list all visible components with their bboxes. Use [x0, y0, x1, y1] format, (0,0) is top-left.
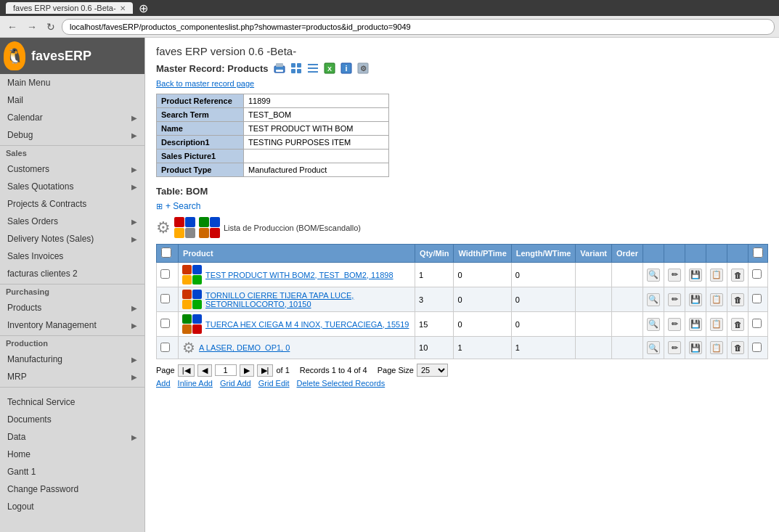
delete-link[interactable]: Delete Selected Records	[297, 379, 386, 388]
row-checkbox[interactable]	[160, 343, 170, 352]
delete-action-icon[interactable]: 🗑	[731, 293, 744, 306]
row-action-delete[interactable]: 🗑	[727, 312, 749, 337]
search-row[interactable]: ⊞ + Search	[156, 201, 768, 211]
save-action-icon[interactable]: 💾	[689, 269, 702, 282]
sidebar-item-logout[interactable]: Logout	[0, 498, 144, 515]
sidebar-item-data[interactable]: Data ▶	[0, 428, 144, 446]
edit-action-icon[interactable]: ✏	[668, 293, 681, 306]
last-page-button[interactable]: ▶|	[257, 364, 274, 377]
row-action-search[interactable]: 🔍	[643, 312, 664, 337]
sidebar-item-sales-invoices[interactable]: Sales Invoices	[0, 247, 144, 265]
row-action-edit[interactable]: ✏	[664, 337, 685, 359]
sidebar-item-facturas[interactable]: facturas clientes 2	[0, 265, 144, 282]
record-icon-list[interactable]	[306, 61, 320, 75]
row-action-copy[interactable]: 📋	[706, 337, 727, 359]
prev-page-button[interactable]: ◀	[197, 364, 212, 377]
copy-action-icon[interactable]: 📋	[710, 318, 723, 331]
row-action-save[interactable]: 💾	[685, 287, 706, 312]
edit-action-icon[interactable]: ✏	[668, 269, 681, 282]
row-action-copy[interactable]: 📋	[706, 312, 727, 337]
search-action-icon[interactable]: 🔍	[647, 318, 660, 331]
copy-action-icon[interactable]: 📋	[710, 341, 723, 354]
record-icon-info[interactable]: i	[339, 61, 354, 75]
sidebar-item-inventory[interactable]: Inventory Management ▶	[0, 316, 144, 334]
sidebar-item-sales-orders[interactable]: Sales Orders ▶	[0, 213, 144, 230]
sidebar-item-delivery-notes[interactable]: Delivery Notes (Sales) ▶	[0, 230, 144, 247]
tab-close-icon[interactable]: ✕	[120, 4, 126, 12]
sidebar-item-debug[interactable]: Debug ▶	[0, 126, 144, 144]
row-checkbox[interactable]	[160, 269, 170, 279]
save-action-icon[interactable]: 💾	[689, 293, 702, 306]
row-action-delete[interactable]: 🗑	[727, 287, 749, 312]
record-icon-export[interactable]: X	[322, 61, 337, 75]
grid-edit-link[interactable]: Grid Edit	[258, 379, 290, 388]
sidebar-item-mrp[interactable]: MRP ▶	[0, 368, 144, 385]
first-page-button[interactable]: |◀	[178, 364, 195, 377]
sidebar-item-gantt[interactable]: Gantt 1	[0, 463, 144, 480]
row-action-edit[interactable]: ✏	[664, 312, 685, 337]
row-select-checkbox[interactable]	[752, 343, 762, 352]
row-select-checkbox[interactable]	[752, 319, 762, 328]
row-action-save[interactable]: 💾	[685, 312, 706, 337]
back-button[interactable]: ←	[4, 20, 20, 34]
sidebar-item-home[interactable]: Home	[0, 446, 144, 463]
header-checkbox[interactable]	[753, 247, 763, 258]
row-action-copy[interactable]: 📋	[706, 287, 727, 312]
sidebar-item-documents[interactable]: Documents	[0, 411, 144, 428]
forward-button[interactable]: →	[24, 20, 40, 34]
sidebar-item-manufacturing[interactable]: Manufacturing ▶	[0, 351, 144, 368]
row-select-checkbox[interactable]	[752, 294, 762, 303]
row-select-checkbox[interactable]	[752, 269, 762, 279]
browser-tab[interactable]: faves ERP version 0.6 -Beta- ✕	[6, 2, 133, 14]
delete-action-icon[interactable]: 🗑	[731, 318, 744, 331]
page-size-select[interactable]: 25 50 100	[417, 364, 448, 377]
sidebar-item-sales-quotations[interactable]: Sales Quotations ▶	[0, 178, 144, 195]
refresh-button[interactable]: ↻	[44, 20, 58, 34]
record-icon-settings[interactable]: ⚙	[356, 61, 370, 75]
address-bar[interactable]	[62, 19, 775, 35]
inline-add-link[interactable]: Inline Add	[178, 379, 213, 388]
delete-action-icon[interactable]: 🗑	[731, 269, 744, 282]
sidebar-item-calendar[interactable]: Calendar ▶	[0, 109, 144, 126]
product-link[interactable]: TUERCA HEX CIEGA M 4 INOX, TUERCACIEGA, …	[205, 320, 409, 329]
row-action-delete[interactable]: 🗑	[727, 263, 749, 287]
row-action-save[interactable]: 💾	[685, 337, 706, 359]
save-action-icon[interactable]: 💾	[689, 341, 702, 354]
sidebar-item-customers[interactable]: Customers ▶	[0, 160, 144, 178]
add-link[interactable]: Add	[156, 379, 171, 388]
sidebar-item-change-password[interactable]: Change Password	[0, 480, 144, 498]
sidebar-item-technical-service[interactable]: Technical Service	[0, 393, 144, 411]
save-action-icon[interactable]: 💾	[689, 318, 702, 331]
record-icon-grid[interactable]	[289, 61, 303, 75]
select-all-checkbox[interactable]	[161, 247, 171, 258]
search-label[interactable]: + Search	[166, 201, 200, 211]
delete-action-icon[interactable]: 🗑	[731, 341, 744, 354]
sidebar-item-main-menu[interactable]: Main Menu	[0, 74, 144, 91]
row-action-search[interactable]: 🔍	[643, 337, 664, 359]
sidebar-item-products[interactable]: Products ▶	[0, 299, 144, 316]
page-number-input[interactable]	[215, 364, 237, 376]
product-link[interactable]: TORNILLO CIERRE TIJERA TAPA LUCE, SETORN…	[205, 291, 411, 308]
back-link[interactable]: Back to master record page	[156, 79, 768, 88]
product-link[interactable]: TEST PRODUCT WITH BOM2, TEST_BOM2, 11898	[205, 271, 393, 279]
grid-add-link[interactable]: Grid Add	[220, 379, 251, 388]
row-action-search[interactable]: 🔍	[643, 263, 664, 287]
row-checkbox[interactable]	[160, 319, 170, 328]
row-action-search[interactable]: 🔍	[643, 287, 664, 312]
sidebar-item-projects[interactable]: Projects & Contracts	[0, 195, 144, 213]
edit-action-icon[interactable]: ✏	[668, 341, 681, 354]
record-icon-print[interactable]	[272, 61, 287, 75]
row-action-delete[interactable]: 🗑	[727, 337, 749, 359]
copy-action-icon[interactable]: 📋	[710, 269, 723, 282]
row-action-copy[interactable]: 📋	[706, 263, 727, 287]
product-link[interactable]: A LASER, DEMO_OP1, 0	[199, 343, 290, 352]
search-action-icon[interactable]: 🔍	[647, 269, 660, 282]
new-tab-icon[interactable]: ⊕	[139, 1, 148, 15]
search-action-icon[interactable]: 🔍	[647, 293, 660, 306]
next-page-button[interactable]: ▶	[240, 364, 254, 377]
row-action-edit[interactable]: ✏	[664, 287, 685, 312]
search-action-icon[interactable]: 🔍	[647, 341, 660, 354]
row-action-save[interactable]: 💾	[685, 263, 706, 287]
copy-action-icon[interactable]: 📋	[710, 293, 723, 306]
sidebar-item-mail[interactable]: Mail	[0, 91, 144, 109]
